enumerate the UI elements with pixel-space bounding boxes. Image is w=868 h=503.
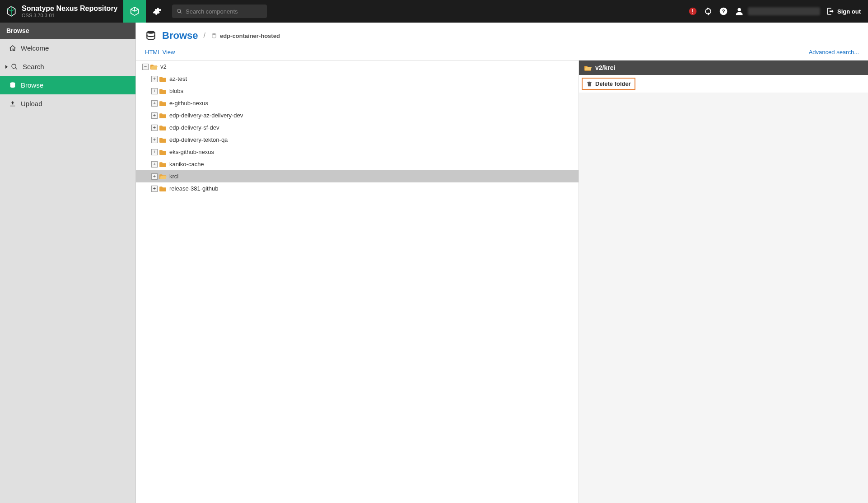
tree-label: blobs <box>169 88 183 94</box>
expand-icon[interactable]: + <box>151 173 158 180</box>
folder-icon <box>159 112 167 119</box>
sidebar-item-welcome[interactable]: Welcome <box>0 39 135 57</box>
sidebar-item-browse[interactable]: Browse <box>0 76 135 94</box>
tree-item[interactable]: + edp-delivery-az-delivery-dev <box>136 109 579 121</box>
tree-label: release-381-github <box>169 185 218 192</box>
browse-mode-button[interactable] <box>123 0 146 23</box>
detail-panel: v2/krci Delete folder <box>579 61 868 503</box>
tree-label: az-test <box>169 75 187 82</box>
svg-rect-1 <box>692 9 693 12</box>
tree-label: edp-delivery-tekton-qa <box>169 136 228 143</box>
folder-open-icon <box>584 65 592 71</box>
svg-rect-2 <box>692 13 693 14</box>
home-icon <box>9 45 16 52</box>
alert-icon[interactable] <box>688 7 697 16</box>
signout-icon <box>826 7 835 15</box>
admin-mode-button[interactable] <box>146 0 168 23</box>
folder-icon <box>159 161 167 168</box>
refresh-icon[interactable] <box>704 7 713 16</box>
detail-header: v2/krci <box>579 61 868 75</box>
content-header: Browse / edp-container-hosted <box>136 23 868 47</box>
tree-item[interactable]: + az-test <box>136 73 579 85</box>
breadcrumb-repo: edp-container-hosted <box>211 33 280 39</box>
expand-icon[interactable]: + <box>151 100 158 107</box>
search-icon <box>177 8 182 14</box>
delete-folder-label: Delete folder <box>595 80 631 87</box>
tree-item[interactable]: + edp-delivery-tekton-qa <box>136 134 579 146</box>
tree-item[interactable]: + blobs <box>136 85 579 97</box>
database-icon <box>9 82 16 89</box>
folder-open-icon <box>150 64 158 70</box>
svg-point-5 <box>737 8 741 11</box>
sidebar-item-upload[interactable]: Upload <box>0 94 135 113</box>
tree-item[interactable]: + krci <box>136 170 579 182</box>
breadcrumb-section[interactable]: Browse <box>162 30 198 42</box>
user-menu[interactable] <box>734 6 820 16</box>
sidebar-item-label: Welcome <box>21 44 49 52</box>
tree: − v2 + az-test + blobs + e-github-nexus … <box>136 61 579 503</box>
folder-icon <box>159 76 167 82</box>
tree-label: v2 <box>160 63 167 70</box>
tree-label: kaniko-cache <box>169 161 204 168</box>
folder-icon <box>159 137 167 143</box>
upload-icon <box>9 100 16 107</box>
svg-point-8 <box>212 33 216 35</box>
folder-icon <box>159 100 167 107</box>
folder-open-icon <box>159 173 167 180</box>
expand-icon[interactable]: + <box>151 186 158 192</box>
caret-right-icon <box>4 65 9 69</box>
tree-label: e-github-nexus <box>169 100 208 107</box>
svg-text:?: ? <box>722 8 725 14</box>
sidebar-item-label: Search <box>23 63 44 70</box>
tree-label: krci <box>169 173 178 180</box>
folder-icon <box>159 125 167 131</box>
search-box[interactable] <box>172 5 267 18</box>
topbar: Sonatype Nexus Repository OSS 3.70.3-01 <box>0 0 868 23</box>
gear-icon <box>153 7 162 16</box>
delete-folder-button[interactable]: Delete folder <box>582 78 635 90</box>
expand-icon[interactable]: + <box>151 76 158 82</box>
sidebar-title: Browse <box>0 23 135 39</box>
folder-icon <box>159 88 167 94</box>
html-view-link[interactable]: HTML View <box>145 49 175 56</box>
nexus-logo-icon <box>5 5 17 17</box>
logo-section[interactable]: Sonatype Nexus Repository OSS 3.70.3-01 <box>0 0 123 23</box>
sidebar-item-label: Browse <box>21 81 43 89</box>
breadcrumb-separator: / <box>203 32 205 40</box>
tree-item[interactable]: + e-github-nexus <box>136 97 579 109</box>
sidebar-item-search[interactable]: Search <box>0 57 135 76</box>
app-title: Sonatype Nexus Repository <box>22 5 118 13</box>
expand-icon[interactable]: + <box>151 161 158 168</box>
advanced-search-link[interactable]: Advanced search... <box>809 49 859 56</box>
trash-icon <box>586 81 593 87</box>
svg-point-7 <box>147 31 154 34</box>
search-input[interactable] <box>186 8 262 15</box>
database-icon <box>145 30 157 42</box>
collapse-icon[interactable]: − <box>142 64 149 70</box>
signout-button[interactable]: Sign out <box>826 7 861 15</box>
help-icon[interactable]: ? <box>719 7 728 16</box>
signout-label: Sign out <box>837 8 861 15</box>
folder-icon <box>159 149 167 155</box>
cube-icon <box>130 6 140 16</box>
expand-icon[interactable]: + <box>151 125 158 131</box>
detail-path: v2/krci <box>595 64 615 71</box>
expand-icon[interactable]: + <box>151 149 158 155</box>
tree-root[interactable]: − v2 <box>136 61 579 73</box>
sidebar: Browse Welcome Search <box>0 23 135 503</box>
expand-icon[interactable]: + <box>151 88 158 94</box>
tree-item[interactable]: + edp-delivery-sf-dev <box>136 121 579 134</box>
user-name-redacted <box>748 7 820 15</box>
tree-item[interactable]: + eks-github-nexus <box>136 146 579 158</box>
expand-icon[interactable]: + <box>151 137 158 143</box>
breadcrumb-repo-label: edp-container-hosted <box>220 33 280 39</box>
folder-icon <box>159 186 167 192</box>
app-version: OSS 3.70.3-01 <box>22 13 118 18</box>
search-icon <box>11 63 18 70</box>
tree-item[interactable]: + kaniko-cache <box>136 158 579 170</box>
repo-icon <box>211 33 217 39</box>
sidebar-item-label: Upload <box>21 100 42 107</box>
user-icon <box>734 6 744 16</box>
tree-item[interactable]: + release-381-github <box>136 182 579 195</box>
expand-icon[interactable]: + <box>151 112 158 119</box>
